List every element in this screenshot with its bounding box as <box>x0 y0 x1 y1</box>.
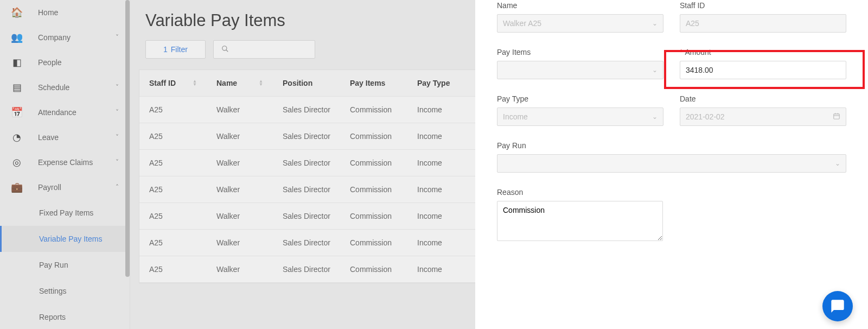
reason-textarea[interactable] <box>497 201 663 241</box>
svg-rect-2 <box>834 113 840 118</box>
cell-position: Sales Director <box>273 123 340 149</box>
payitems-select[interactable]: ⌄ <box>497 61 663 79</box>
chevron-down-icon: ⌄ <box>652 66 658 74</box>
menu-icon: 👥 <box>11 31 23 43</box>
cell-payitems: Commission <box>340 150 407 176</box>
menu-label: Company <box>38 33 116 42</box>
menu-icon: ▤ <box>11 81 23 93</box>
chevron-down-icon: ˅ <box>116 34 119 41</box>
col-name[interactable]: Name▲▼ <box>207 70 273 96</box>
cell-staffid: A25 <box>139 256 207 282</box>
cell-position: Sales Director <box>273 230 340 256</box>
chevron-down-icon: ˅ <box>116 84 119 91</box>
menu-label: Home <box>38 8 119 17</box>
menu-icon: 💼 <box>11 181 23 193</box>
chevron-down-icon: ˅ <box>116 134 119 141</box>
sidebar-item-expense-claims[interactable]: ◎ Expense Claims ˅ <box>0 150 130 175</box>
cell-position: Sales Director <box>273 97 340 123</box>
cell-staffid: A25 <box>139 230 207 256</box>
sidebar-item-leave[interactable]: ◔ Leave ˅ <box>0 125 130 150</box>
cell-paytype: Income <box>407 123 473 149</box>
filter-button[interactable]: 1 Filter <box>145 40 206 59</box>
cell-payitems: Commission <box>340 203 407 229</box>
menu-label: Schedule <box>38 83 116 92</box>
cell-name: Walker <box>207 256 273 282</box>
cell-payitems: Commission <box>340 123 407 149</box>
sidebar-subitem-variable-pay-items[interactable]: Variable Pay Items <box>0 226 130 252</box>
cell-position: Sales Director <box>273 176 340 203</box>
chat-icon <box>830 299 845 314</box>
cell-position: Sales Director <box>273 256 340 282</box>
paytype-label: Pay Type <box>497 94 663 103</box>
sidebar: 🏠 Home 👥 Company ˅◧ People ▤ Schedule ˅📅… <box>0 0 130 329</box>
sidebar-item-payroll[interactable]: 💼 Payroll ˄ <box>0 175 130 200</box>
menu-icon: ◔ <box>11 131 23 143</box>
chevron-down-icon: ⌄ <box>652 113 658 121</box>
chevron-down-icon: ˅ <box>116 159 119 166</box>
cell-paytype: Income <box>407 176 473 203</box>
cell-paytype: Income <box>407 256 473 282</box>
sidebar-item-people[interactable]: ◧ People <box>0 50 130 75</box>
cell-name: Walker <box>207 123 273 149</box>
cell-paytype: Income <box>407 97 473 123</box>
cell-staffid: A25 <box>139 176 207 203</box>
date-input[interactable]: 2021-02-02 <box>680 107 846 126</box>
col-position[interactable]: Position <box>273 70 340 96</box>
menu-icon: ◧ <box>11 56 23 68</box>
sidebar-subitem-settings[interactable]: Settings <box>0 278 130 304</box>
menu-label: People <box>38 58 119 67</box>
cell-staffid: A25 <box>139 150 207 176</box>
cell-name: Walker <box>207 97 273 123</box>
svg-line-1 <box>226 49 228 52</box>
menu-icon: 🏠 <box>11 7 23 18</box>
chevron-down-icon: ˅ <box>116 109 119 116</box>
staffid-input: A25 <box>680 14 846 33</box>
sidebar-subitem-fixed-pay-items[interactable]: Fixed Pay Items <box>0 200 130 226</box>
amount-input[interactable] <box>680 61 846 79</box>
chevron-down-icon: ⌄ <box>835 160 840 167</box>
payitems-label: Pay Items <box>497 48 663 56</box>
col-payitems[interactable]: Pay Items <box>340 70 407 96</box>
sort-icon: ▲▼ <box>259 80 263 86</box>
cell-position: Sales Director <box>273 150 340 176</box>
menu-label: Expense Claims <box>38 158 116 167</box>
paytype-select[interactable]: Income ⌄ <box>497 107 663 126</box>
chat-fab[interactable] <box>822 291 853 321</box>
reason-label: Reason <box>497 188 846 197</box>
sidebar-subitem-pay-run[interactable]: Pay Run <box>0 252 130 278</box>
svg-point-0 <box>222 46 227 50</box>
sidebar-item-attendance[interactable]: 📅 Attendance ˅ <box>0 100 130 125</box>
cell-payitems: Commission <box>340 176 407 203</box>
sidebar-scrollbar[interactable] <box>125 0 130 277</box>
cell-name: Walker <box>207 230 273 256</box>
cell-name: Walker <box>207 203 273 229</box>
sidebar-item-schedule[interactable]: ▤ Schedule ˅ <box>0 75 130 100</box>
sidebar-item-company[interactable]: 👥 Company ˅ <box>0 25 130 50</box>
menu-label: Leave <box>38 133 116 142</box>
cell-paytype: Income <box>407 150 473 176</box>
edit-panel: Name Walker A25 ⌄ Staff ID A25 Pay Items… <box>475 0 868 329</box>
cell-position: Sales Director <box>273 203 340 229</box>
cell-payitems: Commission <box>340 256 407 282</box>
staffid-label: Staff ID <box>680 1 846 10</box>
chevron-up-icon: ˄ <box>116 184 119 191</box>
menu-label: Payroll <box>38 183 116 192</box>
chevron-down-icon: ⌄ <box>652 20 658 27</box>
menu-label: Attendance <box>38 108 116 117</box>
cell-paytype: Income <box>407 203 473 229</box>
cell-name: Walker <box>207 176 273 203</box>
date-label: Date <box>680 94 846 103</box>
menu-icon: 📅 <box>11 106 23 118</box>
col-staffid[interactable]: Staff ID▲▼ <box>139 70 207 96</box>
cell-staffid: A25 <box>139 203 207 229</box>
payrun-select[interactable]: ⌄ <box>497 154 846 173</box>
cell-staffid: A25 <box>139 123 207 149</box>
amount-label: *Amount <box>680 48 846 56</box>
search-button[interactable] <box>213 40 315 59</box>
sidebar-subitem-reports[interactable]: Reports <box>0 304 130 329</box>
search-icon <box>221 45 229 54</box>
calendar-icon <box>833 112 840 122</box>
name-select[interactable]: Walker A25 ⌄ <box>497 14 663 33</box>
col-paytype[interactable]: Pay Type <box>407 70 473 96</box>
sidebar-item-home[interactable]: 🏠 Home <box>0 0 130 25</box>
